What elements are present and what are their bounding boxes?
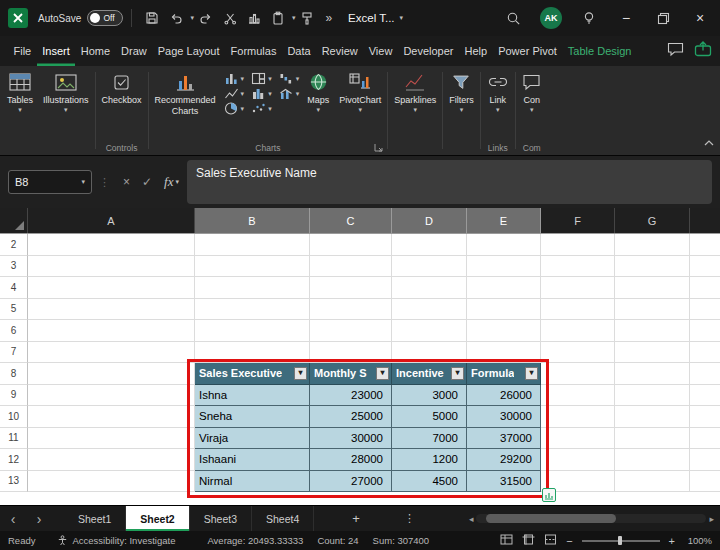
next-sheet-arrow[interactable]: › bbox=[26, 506, 52, 531]
illustrations-button[interactable]: Illustrations ▾ bbox=[38, 66, 94, 114]
scroll-right-arrow[interactable]: ▸ bbox=[709, 514, 714, 524]
row-header-5[interactable]: 5 bbox=[0, 299, 28, 321]
grid-cell[interactable] bbox=[28, 320, 195, 342]
zoom-slider-thumb[interactable] bbox=[618, 536, 622, 545]
grid-cell[interactable] bbox=[615, 234, 690, 256]
sheet-options-icon[interactable]: ⋮ bbox=[404, 506, 415, 531]
grid-cell[interactable] bbox=[392, 256, 467, 278]
row-header-3[interactable]: 3 bbox=[0, 256, 28, 278]
table-cell[interactable]: Sneha bbox=[195, 406, 310, 428]
zoom-slider[interactable] bbox=[582, 540, 660, 542]
save-button[interactable] bbox=[140, 5, 164, 31]
formula-input[interactable]: Sales Executive Name bbox=[187, 160, 712, 204]
autosave-toggle[interactable]: Off bbox=[87, 10, 123, 26]
grid-cell[interactable] bbox=[615, 406, 690, 428]
grid-cell[interactable] bbox=[541, 234, 615, 256]
grid-cell[interactable] bbox=[467, 320, 541, 342]
grid-cell[interactable] bbox=[28, 277, 195, 299]
grid-cell[interactable] bbox=[310, 320, 392, 342]
grid-cell[interactable] bbox=[541, 449, 615, 471]
grid-cell[interactable] bbox=[541, 277, 615, 299]
select-all-corner[interactable] bbox=[0, 208, 28, 233]
grid-cell[interactable] bbox=[195, 234, 310, 256]
search-icon[interactable] bbox=[501, 5, 525, 31]
column-header-D[interactable]: D bbox=[392, 208, 467, 233]
row-header-10[interactable]: 10 bbox=[0, 406, 28, 428]
grid-cell[interactable] bbox=[392, 277, 467, 299]
table-cell[interactable]: 4500 bbox=[392, 471, 467, 493]
grid-cell[interactable] bbox=[28, 385, 195, 407]
more-commands-icon[interactable]: » bbox=[325, 11, 332, 25]
link-button[interactable]: Link ▾ bbox=[482, 66, 514, 114]
zoom-level[interactable]: 100% bbox=[684, 535, 712, 546]
ribbon-tab-draw[interactable]: Draw bbox=[116, 36, 153, 66]
ribbon-tab-page-layout[interactable]: Page Layout bbox=[152, 36, 225, 66]
table-cell[interactable]: 26000 bbox=[467, 385, 541, 407]
filter-button[interactable]: ▾ bbox=[451, 367, 464, 380]
add-sheet-button[interactable]: + bbox=[352, 506, 360, 531]
ribbon-tab-power-pivot[interactable]: Power Pivot bbox=[493, 36, 563, 66]
comment-button[interactable]: Con ▾ bbox=[517, 66, 547, 114]
grid-cell[interactable] bbox=[541, 299, 615, 321]
grid-cell[interactable] bbox=[28, 234, 195, 256]
table-header-incentive[interactable]: Incentive▾ bbox=[392, 363, 467, 385]
grid-cell[interactable] bbox=[467, 234, 541, 256]
grid-cell[interactable] bbox=[28, 299, 195, 321]
grid-cell[interactable] bbox=[541, 406, 615, 428]
row-header-9[interactable]: 9 bbox=[0, 385, 28, 407]
sparklines-button[interactable]: Sparklines ▾ bbox=[389, 66, 441, 114]
scatter-chart-button[interactable]: ▾ bbox=[251, 102, 272, 115]
grid-cell[interactable] bbox=[195, 299, 310, 321]
ribbon-tab-help[interactable]: Help bbox=[459, 36, 493, 66]
share-icon[interactable] bbox=[694, 41, 712, 61]
grid-cell[interactable] bbox=[690, 256, 720, 278]
table-cell[interactable]: 7000 bbox=[392, 428, 467, 450]
table-cell[interactable]: 1200 bbox=[392, 449, 467, 471]
row-header-6[interactable]: 6 bbox=[0, 320, 28, 342]
redo-button[interactable] bbox=[194, 5, 218, 31]
grid-cell[interactable] bbox=[615, 299, 690, 321]
sheet-tab-sheet3[interactable]: Sheet3 bbox=[190, 506, 252, 531]
table-cell[interactable]: 30000 bbox=[467, 406, 541, 428]
grid-cell[interactable] bbox=[28, 471, 195, 493]
grid-cell[interactable] bbox=[690, 363, 720, 385]
grid-cell[interactable] bbox=[467, 299, 541, 321]
collapse-ribbon-icon[interactable] bbox=[703, 133, 715, 151]
quick-analysis-button[interactable] bbox=[542, 488, 556, 502]
recommended-charts-button[interactable]: Recommended Charts bbox=[150, 66, 221, 116]
page-break-view-button[interactable] bbox=[544, 534, 557, 547]
grid-cell[interactable] bbox=[392, 234, 467, 256]
chart-button[interactable] bbox=[242, 5, 266, 31]
lightbulb-icon[interactable] bbox=[577, 5, 601, 31]
pivotchart-button[interactable]: PivotChart ▾ bbox=[334, 66, 386, 114]
combo-chart-button[interactable]: ▾ bbox=[279, 87, 300, 100]
table-header-monthly-s[interactable]: Monthly S▾ bbox=[310, 363, 392, 385]
grid-cell[interactable] bbox=[310, 256, 392, 278]
table-cell[interactable]: 28000 bbox=[310, 449, 392, 471]
sheet-tab-sheet4[interactable]: Sheet4 bbox=[252, 506, 314, 531]
cut-button[interactable] bbox=[218, 5, 242, 31]
table-cell[interactable]: 5000 bbox=[392, 406, 467, 428]
line-chart-button[interactable]: ▾ bbox=[224, 87, 245, 100]
filters-button[interactable]: Filters ▾ bbox=[444, 66, 479, 114]
grid-cell[interactable] bbox=[541, 342, 615, 364]
column-chart-button[interactable]: ▾ bbox=[224, 72, 245, 85]
grid-cell[interactable] bbox=[392, 342, 467, 364]
insert-function-button[interactable]: fx bbox=[164, 174, 173, 190]
scroll-left-arrow[interactable]: ◂ bbox=[469, 514, 474, 524]
table-cell[interactable]: 31500 bbox=[467, 471, 541, 493]
grid-cell[interactable] bbox=[467, 277, 541, 299]
grid-cell[interactable] bbox=[310, 299, 392, 321]
grid-cell[interactable] bbox=[615, 277, 690, 299]
grid-cell[interactable] bbox=[615, 342, 690, 364]
table-header-formula[interactable]: Formula▾ bbox=[467, 363, 541, 385]
grid-cell[interactable] bbox=[28, 363, 195, 385]
ribbon-tab-view[interactable]: View bbox=[363, 36, 398, 66]
grid-cell[interactable] bbox=[615, 320, 690, 342]
table-cell[interactable]: Ishna bbox=[195, 385, 310, 407]
sheet-tab-sheet1[interactable]: Sheet1 bbox=[64, 506, 126, 531]
row-header-7[interactable]: 7 bbox=[0, 342, 28, 364]
page-layout-view-button[interactable] bbox=[522, 534, 535, 547]
grid-cell[interactable] bbox=[541, 320, 615, 342]
ribbon-tab-table-design[interactable]: Table Design bbox=[562, 36, 637, 66]
